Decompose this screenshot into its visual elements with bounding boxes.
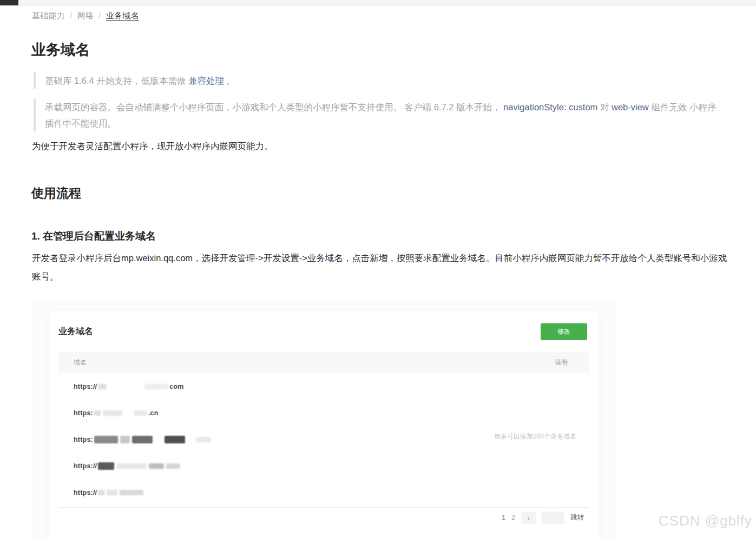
redacted-gap bbox=[155, 437, 162, 442]
domain-row-4: https:// bbox=[49, 453, 599, 479]
breadcrumb-separator: / bbox=[98, 11, 101, 20]
redacted-block bbox=[134, 410, 147, 416]
section-title-usage-flow: 使用流程 bbox=[31, 185, 81, 202]
redacted-gap bbox=[124, 410, 132, 416]
domain-suffix: com bbox=[169, 383, 183, 390]
page-1[interactable]: 1 bbox=[502, 514, 505, 521]
redacted-block bbox=[98, 490, 104, 495]
redacted-block bbox=[107, 490, 117, 495]
web-view-link[interactable]: web-view bbox=[612, 102, 649, 112]
redacted-gap bbox=[187, 437, 194, 442]
top-strip bbox=[0, 0, 756, 6]
redacted-block bbox=[94, 436, 118, 443]
page-jump-input[interactable] bbox=[542, 512, 564, 524]
container-note: 承载网页的容器。会自动铺满整个小程序页面，小游戏和个人类型的小程序暂不支持使用。… bbox=[34, 99, 722, 131]
intro-paragraph: 为便于开发者灵活配置小程序，现开放小程序内嵌网页能力。 bbox=[32, 141, 273, 152]
card-header: 业务域名 修改 bbox=[49, 311, 599, 350]
jump-button[interactable]: 跳转 bbox=[570, 513, 584, 522]
base-library-note-tail: 。 bbox=[224, 76, 235, 85]
column-description: 说明 bbox=[555, 358, 568, 367]
page-title: 业务域名 bbox=[31, 40, 90, 59]
domain-prefix: https:// bbox=[74, 489, 97, 496]
compat-handling-link[interactable]: 兼容处理 bbox=[188, 76, 224, 85]
panel-title: 业务域名 bbox=[58, 326, 93, 337]
container-note-text-1: 承载网页的容器。会自动铺满整个小程序页面，小游戏和个人类型的小程序暂不支持使用。… bbox=[45, 102, 503, 112]
redacted-block bbox=[120, 436, 130, 443]
redacted-block bbox=[196, 437, 211, 442]
csdn-watermark: CSDN @gblfy bbox=[659, 513, 752, 529]
page-2[interactable]: 2 bbox=[511, 514, 515, 521]
breadcrumb-item-capabilities[interactable]: 基础能力 bbox=[32, 11, 65, 20]
screenshot-panel: 业务域名 修改 域名 说明 https:// com https: .c bbox=[34, 303, 615, 538]
breadcrumb-item-current[interactable]: 业务域名 bbox=[106, 11, 139, 20]
pagination: 1 2 › 跳转 bbox=[502, 511, 584, 524]
breadcrumb: 基础能力/网络/业务域名 bbox=[32, 11, 139, 21]
domain-prefix: https:// bbox=[74, 462, 97, 470]
domain-suffix: .cn bbox=[148, 409, 159, 417]
top-strip-accent bbox=[0, 0, 18, 5]
redacted-block bbox=[132, 436, 153, 443]
redacted-block bbox=[103, 410, 122, 416]
redacted-gap bbox=[109, 384, 142, 389]
redacted-block bbox=[144, 384, 168, 389]
redacted-block bbox=[94, 410, 101, 416]
domain-row-1: https:// com bbox=[49, 373, 599, 400]
domain-prefix: https:// bbox=[74, 383, 97, 390]
column-domain: 域名 bbox=[74, 358, 87, 367]
doc-page: 基础能力/网络/业务域名 业务域名 基础库 1.6.4 开始支持，低版本需做 兼… bbox=[0, 0, 756, 538]
domain-row-2: https: .cn bbox=[49, 400, 599, 426]
domain-prefix: https: bbox=[74, 436, 93, 443]
domain-row-5: https:// bbox=[49, 479, 599, 506]
redacted-block bbox=[166, 463, 180, 469]
chevron-right-icon: › bbox=[527, 513, 530, 522]
redacted-block bbox=[149, 463, 164, 469]
next-page-button[interactable]: › bbox=[521, 512, 536, 524]
step-1-paragraph: 开发者登录小程序后台mp.weixin.qq.com，选择开发管理->开发设置-… bbox=[32, 249, 728, 285]
container-note-text-2: 对 bbox=[597, 102, 612, 112]
breadcrumb-separator: / bbox=[70, 11, 72, 20]
redacted-block bbox=[98, 384, 107, 389]
admin-console-card: 业务域名 修改 域名 说明 https:// com https: .c bbox=[49, 311, 599, 538]
redacted-block bbox=[165, 436, 185, 443]
base-library-note-text: 基础库 1.6.4 开始支持，低版本需做 bbox=[45, 76, 188, 85]
breadcrumb-item-network[interactable]: 网络 bbox=[77, 11, 94, 20]
redacted-block bbox=[98, 462, 114, 470]
step-1-title: 1. 在管理后台配置业务域名 bbox=[31, 229, 156, 243]
redacted-block bbox=[116, 463, 147, 469]
edit-button[interactable]: 修改 bbox=[541, 323, 587, 340]
table-divider bbox=[58, 507, 589, 508]
table-header: 域名 说明 bbox=[58, 351, 589, 373]
domain-limit-note: 最多可以添加200个业务域名 bbox=[494, 432, 576, 441]
redacted-block bbox=[120, 490, 143, 495]
navigation-style-link[interactable]: navigationStyle: custom bbox=[503, 102, 597, 112]
domain-prefix: https: bbox=[74, 409, 93, 417]
base-library-note: 基础库 1.6.4 开始支持，低版本需做 兼容处理 。 bbox=[34, 72, 722, 89]
